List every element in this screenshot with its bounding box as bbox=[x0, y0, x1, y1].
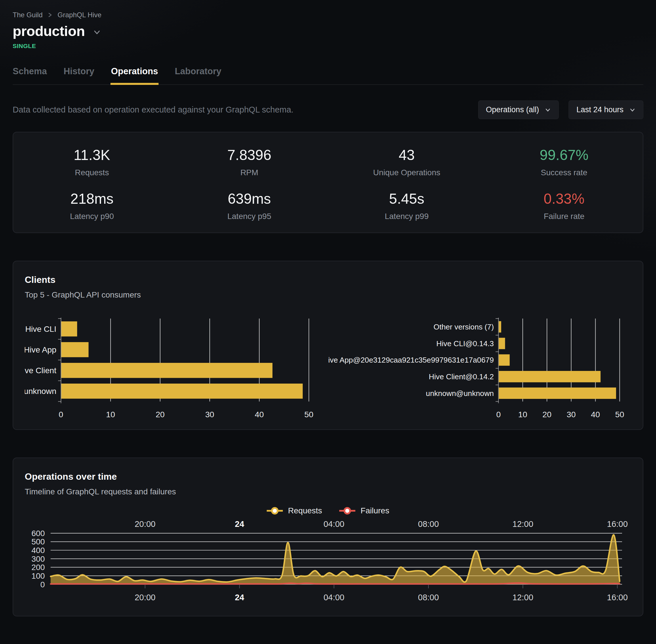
stat-unique-operations: 43 Unique Operations bbox=[328, 147, 485, 177]
svg-text:04:00: 04:00 bbox=[324, 593, 344, 602]
svg-text:10: 10 bbox=[106, 410, 115, 419]
clients-by-name-chart: 01020304050Hive CLIHive AppHive Clientun… bbox=[25, 317, 328, 419]
tab-history[interactable]: History bbox=[64, 66, 94, 84]
svg-text:12:00: 12:00 bbox=[512, 593, 533, 602]
svg-text:10: 10 bbox=[518, 410, 527, 419]
svg-text:0: 0 bbox=[59, 410, 63, 419]
operations-filter-value: Operations (all) bbox=[486, 105, 539, 114]
stat-value: 218ms bbox=[13, 190, 171, 207]
page-description: Data collected based on operation execut… bbox=[13, 105, 294, 115]
svg-text:Hive App@20e3129caa921c35e9979: Hive App@20e3129caa921c35e9979631e17a067… bbox=[328, 356, 494, 364]
tab-operations[interactable]: Operations bbox=[111, 66, 158, 84]
svg-text:Hive CLI@0.14.3: Hive CLI@0.14.3 bbox=[437, 339, 494, 348]
stat-latency-p99: 5.45s Latency p99 bbox=[328, 190, 485, 221]
legend-label: Requests bbox=[288, 506, 322, 515]
operations-title: Operations over time bbox=[25, 472, 631, 482]
page-title: production bbox=[13, 23, 85, 39]
stat-label: Latency p99 bbox=[328, 212, 485, 221]
breadcrumb: The Guild GraphQL Hive bbox=[13, 0, 643, 19]
stat-latency-p90: 218ms Latency p90 bbox=[13, 190, 171, 221]
target-selector-chevron-down-icon[interactable] bbox=[92, 25, 101, 37]
svg-text:0: 0 bbox=[40, 580, 45, 589]
clients-subtitle: Top 5 - GraphQL API consumers bbox=[25, 290, 631, 300]
svg-text:Hive CLI: Hive CLI bbox=[25, 324, 56, 334]
stat-value: 7.8396 bbox=[171, 147, 328, 163]
svg-text:12:00: 12:00 bbox=[512, 520, 533, 529]
svg-text:30: 30 bbox=[205, 410, 214, 419]
svg-text:16:00: 16:00 bbox=[607, 593, 628, 602]
stat-label: Latency p95 bbox=[171, 212, 328, 221]
breadcrumb-org[interactable]: The Guild bbox=[13, 11, 43, 19]
operations-over-time-card: Operations over time Timeline of GraphQL… bbox=[13, 458, 643, 616]
stat-requests: 11.3K Requests bbox=[13, 147, 171, 177]
operations-subtitle: Timeline of GraphQL requests and failure… bbox=[25, 487, 631, 497]
tab-laboratory[interactable]: Laboratory bbox=[174, 66, 221, 84]
time-range-select[interactable]: Last 24 hours bbox=[568, 100, 643, 119]
legend-item-failures[interactable]: Failures bbox=[339, 506, 389, 515]
svg-text:08:00: 08:00 bbox=[418, 520, 439, 529]
title-row: production bbox=[13, 23, 643, 39]
failures-series-marker-icon bbox=[339, 506, 355, 515]
operations-timeline-chart: 010020030040050060020:0020:00242404:0004… bbox=[25, 520, 631, 605]
stat-label: Failure rate bbox=[485, 212, 643, 221]
svg-text:0: 0 bbox=[496, 410, 501, 419]
legend-label: Failures bbox=[360, 506, 389, 515]
chevron-down-icon bbox=[629, 107, 636, 113]
svg-text:20: 20 bbox=[542, 410, 551, 419]
stat-value: 5.45s bbox=[328, 190, 485, 207]
stat-label: Unique Operations bbox=[328, 168, 485, 177]
svg-text:Hive Client@0.14.2: Hive Client@0.14.2 bbox=[429, 372, 494, 381]
clients-charts: 01020304050Hive CLIHive AppHive Clientun… bbox=[25, 317, 631, 419]
svg-text:Hive App: Hive App bbox=[25, 345, 56, 354]
clients-by-version-chart: 01020304050Other versions (7)Hive CLI@0.… bbox=[328, 317, 631, 419]
svg-text:40: 40 bbox=[591, 410, 600, 419]
svg-text:500: 500 bbox=[31, 537, 45, 546]
tab-bar: Schema History Operations Laboratory bbox=[13, 66, 643, 85]
stat-label: Requests bbox=[13, 168, 171, 177]
svg-text:300: 300 bbox=[31, 554, 45, 563]
operations-filter-select[interactable]: Operations (all) bbox=[478, 100, 559, 119]
svg-text:50: 50 bbox=[304, 410, 313, 419]
svg-text:04:00: 04:00 bbox=[324, 520, 344, 529]
filters: Operations (all) Last 24 hours bbox=[478, 100, 643, 119]
svg-text:20:00: 20:00 bbox=[135, 520, 155, 529]
stat-label: Latency p90 bbox=[13, 212, 171, 221]
stat-rpm: 7.8396 RPM bbox=[171, 147, 328, 177]
svg-text:30: 30 bbox=[567, 410, 576, 419]
stat-latency-p95: 639ms Latency p95 bbox=[171, 190, 328, 221]
stat-value: 99.67% bbox=[485, 147, 643, 163]
target-type-badge: SINGLE bbox=[13, 43, 643, 49]
svg-text:08:00: 08:00 bbox=[418, 593, 439, 602]
chevron-down-icon bbox=[545, 107, 551, 113]
stat-value: 11.3K bbox=[13, 147, 171, 163]
svg-text:24: 24 bbox=[235, 520, 244, 529]
chevron-right-icon bbox=[48, 12, 52, 18]
svg-text:100: 100 bbox=[31, 572, 45, 580]
svg-text:20: 20 bbox=[156, 410, 165, 419]
requests-series-marker-icon bbox=[267, 506, 283, 515]
stat-label: RPM bbox=[171, 168, 328, 177]
stat-value: 43 bbox=[328, 147, 485, 163]
svg-text:600: 600 bbox=[31, 529, 45, 538]
svg-text:24: 24 bbox=[235, 593, 244, 602]
legend-item-requests[interactable]: Requests bbox=[267, 506, 322, 515]
svg-text:20:00: 20:00 bbox=[135, 593, 155, 602]
svg-text:unknown@unknown: unknown@unknown bbox=[426, 389, 494, 398]
clients-card: Clients Top 5 - GraphQL API consumers 01… bbox=[13, 261, 643, 430]
svg-text:200: 200 bbox=[31, 563, 45, 572]
svg-text:unknown: unknown bbox=[25, 387, 56, 396]
svg-text:Other versions (7): Other versions (7) bbox=[434, 323, 494, 331]
stat-success-rate: 99.67% Success rate bbox=[485, 147, 643, 177]
svg-text:400: 400 bbox=[31, 546, 45, 555]
tab-schema[interactable]: Schema bbox=[13, 66, 47, 84]
timeline-legend: Requests Failures bbox=[25, 506, 631, 515]
stat-failure-rate: 0.33% Failure rate bbox=[485, 190, 643, 221]
stat-value: 639ms bbox=[171, 190, 328, 207]
stat-value: 0.33% bbox=[485, 190, 643, 207]
clients-title: Clients bbox=[25, 275, 631, 285]
svg-text:Hive Client: Hive Client bbox=[25, 366, 56, 375]
svg-text:40: 40 bbox=[255, 410, 263, 419]
stats-card: 11.3K Requests 7.8396 RPM 43 Unique Oper… bbox=[13, 132, 643, 233]
svg-text:50: 50 bbox=[615, 410, 624, 419]
breadcrumb-project[interactable]: GraphQL Hive bbox=[57, 11, 101, 19]
